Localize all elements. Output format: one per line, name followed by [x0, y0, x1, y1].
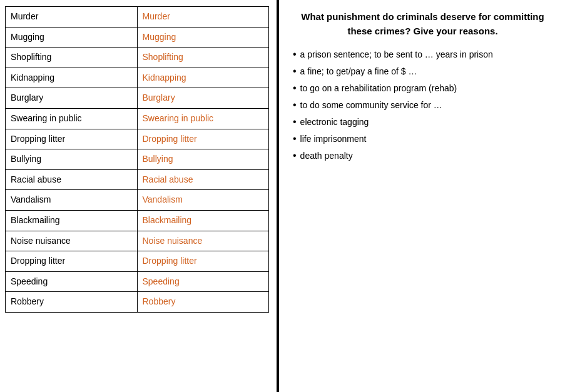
crime-col1: Kidnapping: [6, 68, 138, 88]
crime-col1: Shoplifting: [6, 48, 138, 68]
crime-col1: Dropping litter: [6, 251, 138, 272]
table-row: KidnappingKidnapping: [6, 68, 269, 88]
table-row: BurglaryBurglary: [6, 88, 269, 109]
crime-col1: Blackmailing: [6, 210, 138, 231]
table-row: MuggingMugging: [6, 27, 269, 48]
table-row: MurderMurder: [6, 7, 269, 28]
crime-col2: Dropping litter: [137, 251, 269, 272]
table-row: Swearing in publicSwearing in public: [6, 108, 269, 129]
table-row: BullyingBullying: [6, 149, 269, 170]
crime-col1: Speeding: [6, 271, 138, 292]
table-row: ShopliftingShoplifting: [6, 48, 269, 68]
crime-col1: Noise nuisance: [6, 231, 138, 251]
punishment-list: a prison sentence; to be sent to … years…: [293, 48, 552, 163]
punishment-item: a fine; to get/pay a fine of $ …: [293, 65, 552, 78]
table-row: Noise nuisanceNoise nuisance: [6, 231, 269, 251]
crime-col2: Robbery: [137, 292, 269, 313]
crime-col2: Speeding: [137, 271, 269, 292]
table-row: BlackmailingBlackmailing: [6, 210, 269, 231]
crime-col2: Mugging: [137, 27, 269, 48]
punishment-item: electronic tagging: [293, 116, 552, 129]
table-row: Dropping litterDropping litter: [6, 251, 269, 272]
crime-col1: Swearing in public: [6, 108, 138, 129]
punishment-item: to do some community service for …: [293, 99, 552, 112]
table-row: SpeedingSpeeding: [6, 271, 269, 292]
punishment-item: life imprisonment: [293, 133, 552, 146]
crime-col1: Bullying: [6, 149, 138, 170]
table-row: VandalismVandalism: [6, 190, 269, 211]
punishment-item: to go on a rehabilitation program (rehab…: [293, 82, 552, 95]
crime-col2: Kidnapping: [137, 68, 269, 88]
crime-col1: Dropping litter: [6, 129, 138, 149]
table-row: RobberyRobbery: [6, 292, 269, 313]
crime-col2: Shoplifting: [137, 48, 269, 68]
crime-col2: Bullying: [137, 149, 269, 170]
crime-col1: Vandalism: [6, 190, 138, 211]
crime-col2: Burglary: [137, 88, 269, 109]
crime-col1: Robbery: [6, 292, 138, 313]
question-title: What punishment do criminals deserve for…: [293, 10, 552, 38]
left-panel: MurderMurderMuggingMuggingShopliftingSho…: [0, 0, 275, 392]
crime-col1: Burglary: [6, 88, 138, 109]
crime-col2: Racial abuse: [137, 169, 269, 190]
punishment-item: death penalty: [293, 149, 552, 163]
punishment-item: a prison sentence; to be sent to … years…: [293, 48, 552, 61]
crime-col2: Swearing in public: [137, 108, 269, 129]
vertical-divider: [277, 0, 279, 392]
right-panel: What punishment do criminals deserve for…: [280, 0, 565, 392]
crime-col2: Noise nuisance: [137, 231, 269, 251]
crimes-table: MurderMurderMuggingMuggingShopliftingSho…: [5, 6, 269, 313]
crime-col2: Vandalism: [137, 190, 269, 211]
crime-col2: Dropping litter: [137, 129, 269, 149]
crime-col1: Murder: [6, 7, 138, 28]
crime-col2: Murder: [137, 7, 269, 28]
table-row: Dropping litterDropping litter: [6, 129, 269, 149]
crime-col2: Blackmailing: [137, 210, 269, 231]
table-row: Racial abuseRacial abuse: [6, 169, 269, 190]
crime-col1: Mugging: [6, 27, 138, 48]
crime-col1: Racial abuse: [6, 169, 138, 190]
